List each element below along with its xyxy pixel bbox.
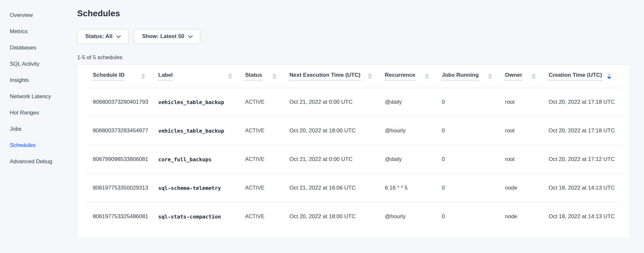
cell-created: Oct 18, 2022 at 14:13 UTC — [549, 202, 622, 231]
page-title: Schedules — [77, 8, 644, 19]
cell-label: vehicles_table_backup — [158, 88, 245, 116]
column-header-label: Status — [245, 72, 262, 81]
main-content: Schedules Status: All Show: Latest 50 1-… — [77, 0, 644, 253]
sidebar-item-schedules[interactable]: Schedules — [0, 137, 77, 153]
table-row: 806197753350029313sql-schema-telemetryAC… — [85, 174, 622, 202]
chevron-down-icon — [188, 33, 193, 38]
cell-jobs: 0 — [442, 174, 505, 202]
cell-recurrence: @hourly — [385, 116, 442, 145]
cell-id: 806197753350029313 — [85, 174, 158, 202]
cell-jobs: 0 — [442, 145, 505, 174]
column-header-label: Owner — [505, 72, 522, 81]
cell-label: core_full_backups — [158, 145, 245, 174]
sort-arrows-icon[interactable] — [273, 73, 276, 79]
cell-created: Oct 18, 2022 at 14:13 UTC — [549, 174, 622, 202]
sort-arrows-icon[interactable] — [425, 73, 429, 79]
column-header-label: Recurrence — [385, 72, 415, 81]
sort-asc-icon — [368, 73, 372, 76]
cell-owner: node — [505, 174, 549, 202]
sort-asc-icon — [607, 73, 611, 76]
sort-desc-icon — [532, 77, 536, 79]
column-header-label: Jobs Running — [442, 72, 479, 81]
column-header-label[interactable]: Label — [158, 65, 245, 88]
cell-next_exec: Oct 20, 2022 at 18:00 UTC — [289, 202, 385, 231]
cell-status: ACTIVE — [245, 202, 289, 231]
column-header-label: Label — [158, 72, 173, 81]
cell-id: 806800373290401793 — [85, 88, 158, 116]
column-header-creation-time-utc[interactable]: Creation Time (UTC) — [549, 65, 622, 88]
sort-arrows-icon[interactable] — [607, 73, 611, 79]
sort-desc-icon — [368, 77, 372, 79]
sort-desc-icon — [228, 77, 232, 79]
cell-next_exec: Oct 20, 2022 at 18:00 UTC — [289, 116, 385, 145]
cell-next_exec: Oct 21, 2022 at 16:06 UTC — [289, 174, 385, 202]
cell-status: ACTIVE — [245, 145, 289, 174]
sort-desc-icon — [141, 77, 145, 79]
sort-arrows-icon[interactable] — [488, 73, 492, 79]
table-row: 806800373283454977vehicles_table_backupA… — [85, 116, 622, 145]
sidebar-item-advanced-debug[interactable]: Advanced Debug — [0, 153, 77, 170]
table-row: 806197753325486081sql-stats-compactionAC… — [85, 202, 622, 231]
column-header-jobs-running[interactable]: Jobs Running — [442, 65, 505, 88]
results-count: 1-5 of 5 schedules — [77, 54, 644, 61]
sort-asc-icon — [141, 73, 145, 76]
cell-id: 806197753325486081 — [85, 202, 158, 231]
sort-arrows-icon[interactable] — [532, 73, 536, 79]
cell-created: Oct 20, 2022 at 17:12 UTC — [549, 145, 622, 174]
schedules-table: Schedule IDLabelStatusNext Execution Tim… — [85, 65, 622, 231]
cell-owner: root — [505, 116, 549, 145]
sidebar-item-overview[interactable]: Overview — [0, 7, 77, 23]
sidebar-item-network-latency[interactable]: Network Latency — [0, 88, 77, 105]
sort-desc-icon — [273, 77, 276, 79]
sort-arrows-icon[interactable] — [141, 73, 145, 79]
cell-status: ACTIVE — [245, 116, 289, 145]
cell-jobs: 0 — [442, 88, 505, 116]
cell-owner: node — [505, 202, 549, 231]
sidebar-item-databases[interactable]: Databases — [0, 40, 77, 56]
sort-desc-icon — [425, 77, 429, 79]
cell-owner: root — [505, 88, 549, 116]
sort-arrows-icon[interactable] — [228, 73, 232, 79]
column-header-status[interactable]: Status — [245, 65, 289, 88]
cell-label: vehicles_table_backup — [158, 116, 245, 145]
cell-recurrence: @daily — [385, 88, 442, 116]
cell-created: Oct 20, 2022 at 17:18 UTC — [549, 88, 622, 116]
status-filter-label: Status: All — [85, 33, 112, 40]
filters-bar: Status: All Show: Latest 50 — [77, 29, 644, 44]
sort-asc-icon — [488, 73, 492, 76]
status-filter-dropdown[interactable]: Status: All — [77, 29, 128, 44]
sort-desc-icon — [607, 77, 611, 79]
cell-next_exec: Oct 21, 2022 at 0:00 UTC — [289, 145, 385, 174]
table-header: Schedule IDLabelStatusNext Execution Tim… — [85, 65, 622, 88]
sidebar-item-insights[interactable]: Insights — [0, 72, 77, 88]
column-header-label: Schedule ID — [93, 72, 124, 81]
schedules-table-card: Schedule IDLabelStatusNext Execution Tim… — [77, 65, 630, 238]
cell-created: Oct 20, 2022 at 17:18 UTC — [549, 116, 622, 145]
cell-next_exec: Oct 21, 2022 at 0:00 UTC — [289, 88, 385, 116]
column-header-recurrence[interactable]: Recurrence — [385, 65, 442, 88]
cell-recurrence: 6 16 * * 5 — [385, 174, 442, 202]
sidebar-item-jobs[interactable]: Jobs — [0, 121, 77, 137]
sort-asc-icon — [532, 73, 536, 76]
sort-asc-icon — [228, 73, 232, 76]
column-header-schedule-id[interactable]: Schedule ID — [85, 65, 158, 88]
column-header-next-execution-time-utc[interactable]: Next Execution Time (UTC) — [289, 65, 385, 88]
cell-status: ACTIVE — [245, 88, 289, 116]
cell-label: sql-schema-telemetry — [158, 174, 245, 202]
cell-jobs: 0 — [442, 202, 505, 231]
show-filter-label: Show: Latest 50 — [142, 33, 184, 40]
sidebar-item-sql-activity[interactable]: SQL Activity — [0, 56, 77, 72]
show-filter-dropdown[interactable]: Show: Latest 50 — [134, 29, 200, 44]
sort-desc-icon — [488, 77, 492, 79]
sort-asc-icon — [425, 73, 429, 76]
cell-label: sql-stats-compaction — [158, 202, 245, 231]
sort-asc-icon — [273, 73, 276, 76]
cell-recurrence: @hourly — [385, 202, 442, 231]
column-header-owner[interactable]: Owner — [505, 65, 549, 88]
table-row: 806800373290401793vehicles_table_backupA… — [85, 88, 622, 116]
sidebar-item-hot-ranges[interactable]: Hot Ranges — [0, 105, 77, 121]
sort-arrows-icon[interactable] — [368, 73, 372, 79]
column-header-label: Next Execution Time (UTC) — [289, 72, 360, 81]
cell-recurrence: @daily — [385, 145, 442, 174]
sidebar-item-metrics[interactable]: Metrics — [0, 23, 77, 40]
